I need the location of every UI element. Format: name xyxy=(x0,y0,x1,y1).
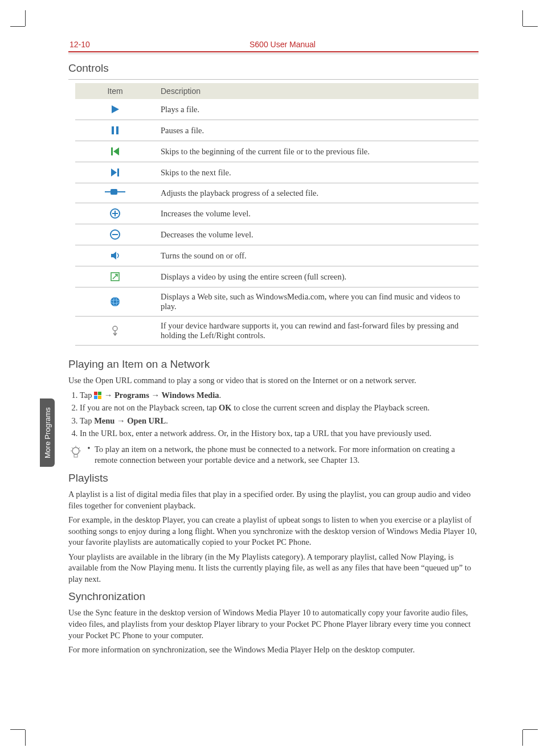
svg-line-16 xyxy=(113,274,117,279)
table-row: Adjusts the playback progress of a selec… xyxy=(75,183,479,203)
previous-desc: Skips to the beginning of the current fi… xyxy=(155,141,479,162)
pause-icon xyxy=(75,120,155,141)
svg-rect-6 xyxy=(117,169,119,176)
table-row: Turns the sound on or off. xyxy=(75,245,479,266)
svg-point-21 xyxy=(72,447,79,454)
playlists-p2: For example, in the desktop Player, you … xyxy=(68,515,479,548)
page-number: 12-10 xyxy=(69,40,90,49)
ff-desc: If your device hardware supports it, you… xyxy=(155,317,479,346)
web-icon xyxy=(75,287,155,317)
table-row: Pauses a file. xyxy=(75,120,479,141)
table-row: Decreases the volume level. xyxy=(75,224,479,245)
table-row: Displays a video by using the entire scr… xyxy=(75,266,479,287)
controls-heading: Controls xyxy=(68,62,479,75)
page-content: 12-10 S600 User Manual . Controls Item D… xyxy=(68,40,479,659)
svg-point-17 xyxy=(111,297,120,306)
progress-slider-icon xyxy=(75,183,155,203)
playlists-heading: Playlists xyxy=(68,472,479,484)
volume-down-icon xyxy=(75,224,155,245)
web-desc: Displays a Web site, such as WindowsMedi… xyxy=(155,287,479,317)
controls-table: Item Description Plays a file. Pauses a … xyxy=(75,83,479,346)
fullscreen-desc: Displays a video by using the entire scr… xyxy=(155,266,479,287)
svg-rect-1 xyxy=(112,126,114,134)
sync-heading: Synchronization xyxy=(68,590,479,603)
start-menu-icon xyxy=(94,392,102,400)
svg-marker-4 xyxy=(113,147,119,155)
svg-rect-8 xyxy=(111,189,117,195)
table-row: If your device hardware supports it, you… xyxy=(75,317,479,346)
tip-row: • To play an item on a network, the phon… xyxy=(68,444,479,466)
svg-rect-3 xyxy=(111,147,113,155)
playlists-p3: Your playlists are available in the libr… xyxy=(68,552,479,585)
tip-text: To play an item on a network, the phone … xyxy=(95,444,479,466)
previous-icon xyxy=(75,141,155,162)
table-row: Displays a Web site, such as WindowsMedi… xyxy=(75,287,479,317)
svg-marker-0 xyxy=(112,105,119,113)
tip-bullet: • xyxy=(83,444,95,453)
volume-up-icon xyxy=(75,203,155,224)
play-icon xyxy=(75,99,155,120)
step-2: If you are not on the Playback screen, t… xyxy=(80,402,479,414)
fastforward-icon xyxy=(75,317,155,346)
next-desc: Skips to the next file. xyxy=(155,162,479,183)
table-row: Increases the volume level. xyxy=(75,203,479,224)
fullscreen-icon xyxy=(75,266,155,287)
svg-rect-2 xyxy=(116,126,118,134)
col-description: Description xyxy=(155,83,479,99)
volup-desc: Increases the volume level. xyxy=(155,203,479,224)
lightbulb-icon xyxy=(68,444,83,461)
step-3: Tap Menu → Open URL. xyxy=(80,416,479,427)
svg-marker-5 xyxy=(111,169,117,176)
step-4: In the URL box, enter a network address.… xyxy=(80,428,479,439)
side-tab: More Programs xyxy=(40,398,55,467)
svg-line-24 xyxy=(79,447,80,449)
table-row: Skips to the beginning of the current fi… xyxy=(75,141,479,162)
next-icon xyxy=(75,162,155,183)
pause-desc: Pauses a file. xyxy=(155,120,479,141)
network-intro: Use the Open URL command to play a song … xyxy=(68,375,479,387)
playlists-p1: A playlist is a list of digital media fi… xyxy=(68,489,479,511)
sync-p2: For more information on synchronization,… xyxy=(68,644,479,656)
svg-point-20 xyxy=(113,326,117,331)
mute-desc: Turns the sound on or off. xyxy=(155,245,479,266)
mute-icon xyxy=(75,245,155,266)
svg-line-23 xyxy=(72,447,73,449)
progress-desc: Adjusts the playback progress of a selec… xyxy=(155,183,479,203)
voldown-desc: Decreases the volume level. xyxy=(155,224,479,245)
manual-title: S600 User Manual xyxy=(250,40,316,49)
svg-marker-14 xyxy=(111,252,116,260)
table-row: Skips to the next file. xyxy=(75,162,479,183)
table-row: Plays a file. xyxy=(75,99,479,120)
step-1: Tap → Programs → Windows Media. xyxy=(80,390,479,401)
network-heading: Playing an Item on a Network xyxy=(68,358,479,371)
network-steps: Tap → Programs → Windows Media. If you a… xyxy=(80,390,479,439)
col-item: Item xyxy=(75,83,155,99)
sync-p1: Use the Sync feature in the desktop vers… xyxy=(68,607,479,641)
page-header: 12-10 S600 User Manual . xyxy=(68,40,479,51)
play-desc: Plays a file. xyxy=(155,99,479,120)
